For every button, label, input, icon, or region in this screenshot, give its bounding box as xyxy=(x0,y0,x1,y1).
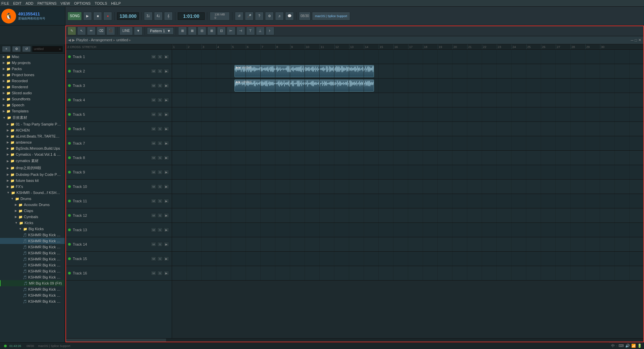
time-sig-button[interactable]: 3♩ xyxy=(144,12,153,20)
sidebar-item-acoustic-drums[interactable]: ▶📁Acoustic Drums xyxy=(0,202,65,208)
menu-add[interactable]: ADD xyxy=(25,1,33,5)
track-row-11[interactable] xyxy=(172,194,644,208)
track-header-11[interactable]: Track 11MS▶ xyxy=(65,194,172,208)
sidebar-item-fxs[interactable]: ▶📁FX's xyxy=(0,184,65,190)
track-row-4[interactable] xyxy=(172,93,644,107)
track-btn-▶-3[interactable]: ▶ xyxy=(164,83,169,88)
sidebar-item-drop[interactable]: ▶📁drop之前的fill鼓 xyxy=(0,164,65,171)
track-header-10[interactable]: Track 10MS▶ xyxy=(65,180,172,194)
horizontal-scrollbar[interactable] xyxy=(65,338,644,342)
track-btn-M-5[interactable]: M xyxy=(151,112,156,117)
menu-file[interactable]: FILE xyxy=(1,1,9,5)
track-btn-S-2[interactable]: S xyxy=(157,69,163,73)
track-btn-M-10[interactable]: M xyxy=(151,184,156,189)
track-btn-▶-5[interactable]: ▶ xyxy=(164,112,169,117)
time-sig2-button[interactable]: 4♩ xyxy=(154,12,163,20)
sidebar-item-rendered[interactable]: ▶📁Rendered xyxy=(0,84,65,90)
track-header-4[interactable]: Track 4MS▶ xyxy=(65,93,172,107)
playlist-btn7[interactable]: ⊣ xyxy=(236,27,245,35)
track-header-1[interactable]: Track 1MS▶ xyxy=(65,50,172,64)
sidebar-item-big-kicks[interactable]: ▼📁Big Kicks xyxy=(0,226,65,232)
sidebar-item-kick03[interactable]: 🎵KSHMR Big Kick 03 (E) xyxy=(0,244,65,250)
sidebar-item-drums[interactable]: ▼📁Drums xyxy=(0,196,65,202)
sidebar-item-dubstep[interactable]: ▶📁Dubstep Pack by Code Pandorum xyxy=(0,171,65,178)
track-btn-M-9[interactable]: M xyxy=(151,170,156,174)
track-header-5[interactable]: Track 5MS▶ xyxy=(65,107,172,122)
track-header-12[interactable]: Track 12MS▶ xyxy=(65,208,172,223)
menu-options[interactable]: OPTIONS xyxy=(74,1,91,5)
playlist-btn3[interactable]: ⊟ xyxy=(198,27,206,35)
maximize-button[interactable]: □ xyxy=(635,38,637,42)
chat-button[interactable]: 💬 xyxy=(285,12,294,20)
track-btn-M-14[interactable]: M xyxy=(151,242,156,247)
track-btn-▶-2[interactable]: ▶ xyxy=(164,69,169,73)
track-btn-M-6[interactable]: M xyxy=(151,127,156,131)
track-row-1[interactable] xyxy=(172,50,644,64)
sidebar-search-btn[interactable]: ⚙ xyxy=(12,46,21,52)
track-row-10[interactable] xyxy=(172,180,644,194)
search-add-icon[interactable]: + xyxy=(59,47,61,51)
track-btn-▶-6[interactable]: ▶ xyxy=(164,127,169,131)
draw-tool[interactable]: ✎ xyxy=(67,27,76,35)
playlist-btn9[interactable]: ⊥ xyxy=(256,27,265,35)
fill-tool[interactable]: ⬛ xyxy=(106,27,115,35)
track-btn-▶-13[interactable]: ▶ xyxy=(164,228,169,232)
cursor-tool[interactable]: ↖ xyxy=(77,27,86,35)
search-input-placeholder[interactable]: untitled xyxy=(34,47,44,51)
track-header-3[interactable]: Track 3MS▶ xyxy=(65,79,172,93)
sidebar-item-sliced-audio[interactable]: ▶📁Sliced audio xyxy=(0,90,65,96)
playlist-btn4[interactable]: ⊞ xyxy=(207,27,216,35)
sidebar-item-kick04[interactable]: 🎵KSHMR Big Kick 04 (E) xyxy=(0,250,65,256)
menu-tools[interactable]: TOOLS xyxy=(95,1,107,5)
track-row-15[interactable] xyxy=(172,252,644,266)
sidebar-item-bgsnds[interactable]: ▶📁BgSnds.Mnroom.Build.Ups xyxy=(0,145,65,151)
menu-view[interactable]: VIEW xyxy=(61,1,70,5)
sidebar-item-claps[interactable]: ▶📁Claps xyxy=(0,208,65,214)
track-btn-M-7[interactable]: M xyxy=(151,141,156,146)
sidebar-add-btn[interactable]: + xyxy=(2,46,11,52)
track-btn-M-8[interactable]: M xyxy=(151,155,156,160)
snap-button[interactable]: 𝄞 xyxy=(164,12,173,20)
track-btn-S-1[interactable]: S xyxy=(157,54,163,59)
line-mode-button[interactable]: LINE xyxy=(119,27,133,35)
question-button[interactable]: ? xyxy=(255,12,264,20)
tray-battery[interactable]: 🔋 xyxy=(637,344,642,348)
sidebar-item-alimit[interactable]: ▶📁aLimit.Beats.TR..TARTER.KIT.3.WAV xyxy=(0,133,65,139)
track-btn-▶-7[interactable]: ▶ xyxy=(164,141,169,146)
track-btn-M-12[interactable]: M xyxy=(151,213,156,218)
sidebar-item-kick01[interactable]: 🎵KSHMR Big Kick 01 (D) xyxy=(0,232,65,238)
playlist-btn6[interactable]: ⊢ xyxy=(227,27,235,35)
hscroll-thumb[interactable] xyxy=(65,339,166,342)
track-row-2[interactable]: ▶▶ untitled xyxy=(172,64,644,79)
track-row-13[interactable] xyxy=(172,223,644,237)
play-button[interactable]: ▶ xyxy=(83,12,92,20)
sidebar-item-kick09[interactable]: 🎵MR Big Kick 09 (F#) xyxy=(0,280,65,286)
track-btn-M-2[interactable]: M xyxy=(151,69,156,73)
track-row-5[interactable] xyxy=(172,107,644,122)
track-header-7[interactable]: Track 7MS▶ xyxy=(65,136,172,151)
track-row-9[interactable] xyxy=(172,165,644,180)
track-btn-▶-15[interactable]: ▶ xyxy=(164,256,169,261)
sidebar-item-aichen[interactable]: ▶📁AICHEN xyxy=(0,127,65,133)
nav-arrow-right[interactable]: ▶ xyxy=(72,38,75,42)
stop-button[interactable]: ■ xyxy=(93,12,102,20)
playlist-btn10[interactable]: ⊦ xyxy=(266,27,274,35)
mixer-button[interactable]: ♬ xyxy=(275,12,284,20)
sidebar-item-project-bones[interactable]: ▶📁Project bones xyxy=(0,72,65,78)
track-btn-▶-4[interactable]: ▶ xyxy=(164,98,169,102)
track-btn-S-11[interactable]: S xyxy=(157,199,163,203)
track-row-8[interactable] xyxy=(172,151,644,165)
track-header-2[interactable]: Track 2MS▶ xyxy=(65,64,172,79)
audio-clip-track-3[interactable]: ▶▶ untitled xyxy=(234,80,374,92)
splice-button[interactable]: macOS | Splice Support xyxy=(312,12,350,20)
nav-arrow-left[interactable]: ◀ xyxy=(68,38,71,42)
sidebar-item-kick06[interactable]: 🎵KSHMR Big Kick 06 (F) xyxy=(0,262,65,268)
track-row-6[interactable] xyxy=(172,122,644,136)
sidebar-item-kick11[interactable]: 🎵KSHMR Big Kick 11 (F#) xyxy=(0,292,65,298)
track-btn-M-16[interactable]: M xyxy=(151,271,156,276)
track-btn-S-8[interactable]: S xyxy=(157,155,163,160)
menu-patterns[interactable]: PATTERNS xyxy=(38,1,57,5)
minimize-button[interactable]: ─ xyxy=(631,38,634,42)
sidebar-refresh-btn[interactable]: ↺ xyxy=(22,46,31,52)
track-btn-S-7[interactable]: S xyxy=(157,141,163,146)
